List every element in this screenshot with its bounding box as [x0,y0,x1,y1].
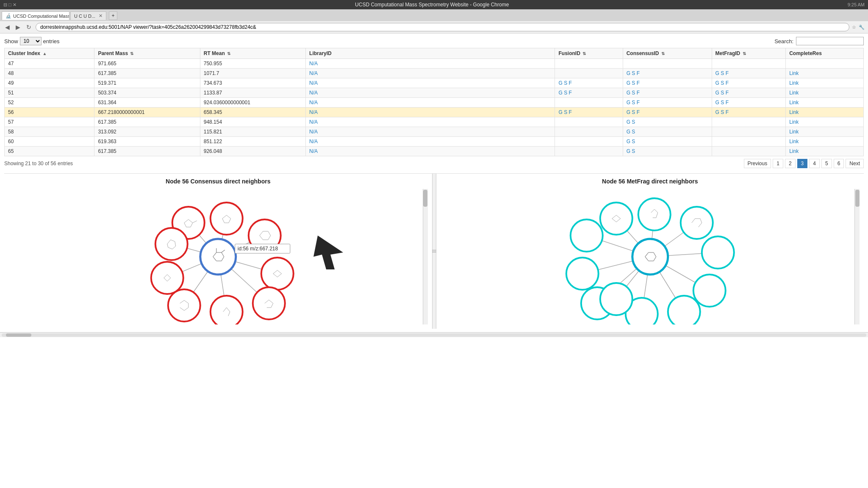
cell-consensus-id-g-link[interactable]: G [627,109,630,115]
cell-fusion-id[interactable] [555,59,623,69]
cell-metfrag-id-g-link[interactable]: G [715,80,719,86]
cell-consensus-id[interactable]: G S F [623,88,712,98]
back-button[interactable]: ◀ [3,24,11,30]
cell-metfrag-id-s-link[interactable]: S [721,90,724,96]
cell-metfrag-id-g-link[interactable]: G [715,100,719,105]
cell-consensus-id-g-link[interactable]: G [627,139,630,144]
cell-metfrag-id[interactable]: G S F [712,98,786,108]
cell-complete-res-link[interactable]: Link [789,70,799,76]
consensus-graph-container[interactable]: id:56 m/z:667.218 [8,189,428,324]
cell-fusion-id[interactable]: G S F [555,108,623,117]
cell-consensus-id-s-link[interactable]: S [632,129,635,135]
cell-metfrag-id-g-link[interactable]: G [715,70,719,76]
cell-fusion-id[interactable] [555,69,623,78]
left-graph-scrollbar-thumb[interactable] [423,190,427,207]
page-btn-6[interactable]: 6 [834,159,844,168]
cell-complete-res[interactable]: Link [786,108,864,117]
col-library-id[interactable]: LibraryID [306,48,555,59]
cell-fusion-id-g-link[interactable]: G [558,109,562,115]
cell-library-id[interactable]: N/A [306,117,555,127]
cell-library-id[interactable]: N/A [306,78,555,88]
cell-fusion-id[interactable]: G S F [555,78,623,88]
col-metfrag-id[interactable]: MetFragID ⇅ [712,48,786,59]
cell-metfrag-id[interactable] [712,147,786,156]
cell-consensus-id[interactable]: G S F [623,78,712,88]
cell-consensus-id-g-link[interactable]: G [627,148,630,154]
next-button[interactable]: Next [846,159,864,168]
cell-consensus-id-s-link[interactable]: S [632,109,635,115]
cell-library-id-link[interactable]: N/A [309,100,318,105]
cell-metfrag-id-g-link[interactable]: G [715,90,719,96]
col-fusion-id[interactable]: FusionID ⇅ [555,48,623,59]
cell-library-id[interactable]: N/A [306,147,555,156]
cell-consensus-id-g-link[interactable]: G [627,100,630,105]
cell-metfrag-id-f-link[interactable]: F [726,90,729,96]
page-btn-1[interactable]: 1 [773,159,783,168]
cell-consensus-id[interactable]: G S [623,127,712,137]
cell-metfrag-id-f-link[interactable]: F [726,70,729,76]
cell-fusion-id[interactable]: G S F [555,88,623,98]
cell-consensus-id[interactable]: G S [623,147,712,156]
cell-complete-res[interactable]: Link [786,78,864,88]
right-graph-scrollbar-thumb[interactable] [855,190,860,207]
cell-complete-res[interactable]: Link [786,127,864,137]
cell-fusion-id[interactable] [555,98,623,108]
left-graph-scrollbar[interactable] [423,189,428,324]
cell-library-id[interactable]: N/A [306,98,555,108]
search-input[interactable] [796,37,864,45]
cell-fusion-id-s-link[interactable]: S [564,90,567,96]
bookmark-icon[interactable]: ☆ [852,25,856,30]
right-graph-scrollbar[interactable] [854,189,860,324]
cell-library-id[interactable]: N/A [306,59,555,69]
cell-complete-res[interactable]: Link [786,98,864,108]
cell-metfrag-id-s-link[interactable]: S [721,100,724,105]
cell-consensus-id[interactable]: G S [623,137,712,147]
new-tab-button[interactable]: + [109,11,117,20]
cell-library-id-link[interactable]: N/A [309,90,318,96]
cell-consensus-id[interactable]: G S F [623,98,712,108]
cell-complete-res-link[interactable]: Link [789,109,799,115]
cell-complete-res[interactable]: Link [786,137,864,147]
cell-consensus-id-g-link[interactable]: G [627,129,630,135]
cell-complete-res-link[interactable]: Link [789,100,799,105]
cell-fusion-id[interactable] [555,127,623,137]
cell-consensus-id-s-link[interactable]: S [632,90,635,96]
page-btn-4[interactable]: 4 [809,159,820,168]
bottom-scrollbar-thumb[interactable] [6,333,31,337]
previous-button[interactable]: Previous [744,159,771,168]
entries-select[interactable]: 10 25 50 100 [20,37,42,45]
cell-complete-res-link[interactable]: Link [789,139,799,144]
cell-consensus-id-s-link[interactable]: S [632,100,635,105]
cell-fusion-id-f-link[interactable]: F [569,80,572,86]
cell-consensus-id[interactable] [623,59,712,69]
cell-consensus-id-f-link[interactable]: F [637,80,640,86]
col-parent-mass[interactable]: Parent Mass ⇅ [94,48,200,59]
refresh-button[interactable]: ↻ [25,24,33,30]
cell-consensus-id-s-link[interactable]: S [632,119,635,125]
cell-metfrag-id[interactable] [712,137,786,147]
cell-consensus-id-s-link[interactable]: S [632,148,635,154]
cell-metfrag-id-g-link[interactable]: G [715,109,719,115]
cell-consensus-id-f-link[interactable]: F [637,100,640,105]
cell-consensus-id[interactable]: G S F [623,108,712,117]
cell-consensus-id-g-link[interactable]: G [627,119,630,125]
cell-consensus-id-g-link[interactable]: G [627,70,630,76]
cell-fusion-id-f-link[interactable]: F [569,90,572,96]
cell-fusion-id-s-link[interactable]: S [564,80,567,86]
cell-library-id-link[interactable]: N/A [309,109,318,115]
cell-complete-res-link[interactable]: Link [789,119,799,125]
metfrag-graph-container[interactable] [441,189,860,324]
cell-fusion-id-g-link[interactable]: G [558,80,562,86]
cell-library-id-link[interactable]: N/A [309,148,318,154]
cell-consensus-id-f-link[interactable]: F [637,90,640,96]
cell-library-id[interactable]: N/A [306,108,555,117]
col-cluster-index[interactable]: Cluster Index ▲ [5,48,94,59]
cell-consensus-id[interactable]: G S F [623,69,712,78]
window-controls[interactable]: ⊟ □ ✕ [3,2,17,8]
cell-consensus-id-g-link[interactable]: G [627,90,630,96]
cell-fusion-id-s-link[interactable]: S [564,109,567,115]
cell-complete-res[interactable]: Link [786,117,864,127]
cell-complete-res[interactable]: Link [786,69,864,78]
cell-library-id[interactable]: N/A [306,137,555,147]
col-consensus-id[interactable]: ConsensusID ⇅ [623,48,712,59]
